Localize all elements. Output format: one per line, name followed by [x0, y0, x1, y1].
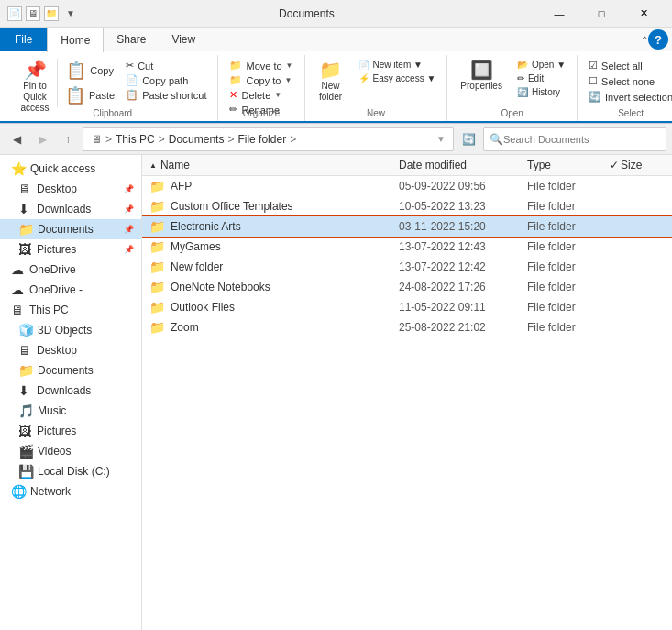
move-to-icon: 📁	[229, 60, 242, 72]
paste-shortcut-button[interactable]: 📋 Paste shortcut	[122, 88, 210, 102]
cut-button[interactable]: ✂ Cut	[122, 59, 210, 72]
col-date-header[interactable]: Date modified	[399, 159, 527, 171]
invert-selection-icon: 🔄	[589, 91, 601, 103]
new-folder-icon: 📁	[319, 61, 342, 79]
col-type-header[interactable]: Type	[527, 159, 610, 171]
open-label: Open	[447, 106, 577, 121]
sidebar-item-documents[interactable]: 📁 Documents 📌	[0, 219, 141, 239]
maximize-button[interactable]: □	[580, 0, 622, 28]
forward-button[interactable]: ▶	[31, 128, 53, 150]
file-name-afp: 📁 AFP	[149, 179, 399, 193]
sidebar-item-network[interactable]: 🌐 Network	[0, 481, 141, 502]
documents-icon: 📁	[18, 222, 34, 237]
table-row[interactable]: 📁 MyGames 13-07-2022 12:43 File folder	[142, 237, 672, 257]
paste-icon: 📋	[65, 85, 85, 105]
up-button[interactable]: ↑	[57, 128, 79, 150]
back-button[interactable]: ◀	[6, 128, 28, 150]
clipboard-label: Clipboard	[7, 106, 217, 121]
tab-view[interactable]: View	[159, 28, 208, 51]
help-button[interactable]: ?	[648, 29, 668, 50]
tab-file[interactable]: File	[0, 28, 47, 51]
sidebar-item-desktop2[interactable]: 🖥 Desktop	[0, 340, 141, 360]
open-group: 🔲 Properties 📂 Open ▼ ✏ Edit 🔄 History	[447, 55, 578, 121]
organize-group: 📁 Move to ▼ 📁 Copy to ▼ ✕ Delete ▼	[218, 55, 304, 121]
folder-icon-onenote: 📁	[149, 280, 165, 294]
open-icon: 📂	[517, 60, 528, 70]
copy-to-button[interactable]: 📁 Copy to ▼	[226, 73, 296, 87]
title-bar: 📄 🖥 📁 ▼ Documents — □ ✕	[0, 0, 672, 28]
downloads2-icon: ⬇	[18, 383, 33, 398]
table-row[interactable]: 📁 OneNote Notebooks 24-08-2022 17:26 Fil…	[142, 277, 672, 297]
sidebar-item-onedrive2[interactable]: ☁ OneDrive -	[0, 280, 141, 300]
sidebar-item-pictures2[interactable]: 🖼 Pictures	[0, 421, 141, 441]
new-item-icon: 📄	[358, 60, 369, 70]
file-list: 📁 AFP 05-09-2022 09:56 File folder 📁 Cus…	[142, 176, 672, 630]
tab-home[interactable]: Home	[47, 28, 104, 52]
table-row[interactable]: 📁 New folder 13-07-2022 12:42 File folde…	[142, 257, 672, 277]
sidebar-item-documents2[interactable]: 📁 Documents	[0, 360, 141, 381]
col-name-header[interactable]: ▲ Name	[149, 159, 399, 171]
new-label: New	[305, 106, 447, 121]
sidebar-item-music[interactable]: 🎵 Music	[0, 401, 141, 421]
file-name-custom-office: 📁 Custom Office Templates	[149, 199, 399, 214]
sidebar-item-videos[interactable]: 🎬 Videos	[0, 441, 141, 461]
sidebar-item-this-pc[interactable]: 🖥 This PC	[0, 300, 141, 320]
table-row[interactable]: 📁 AFP 05-09-2022 09:56 File folder	[142, 176, 672, 196]
folder-icon-afp: 📁	[149, 179, 165, 193]
history-button[interactable]: 🔄 History	[513, 86, 569, 98]
open-button[interactable]: 📂 Open ▼	[513, 59, 569, 71]
new-item-button[interactable]: 📄 New item ▼	[355, 59, 440, 71]
delete-icon: ✕	[229, 89, 237, 101]
move-to-button[interactable]: 📁 Move to ▼	[226, 59, 296, 72]
file-area: ▲ Name Date modified Type ✓ Size 📁 AFP 0…	[142, 155, 672, 630]
table-row[interactable]: 📁 Zoom 25-08-2022 21:02 File folder	[142, 317, 672, 337]
edit-button[interactable]: ✏ Edit	[513, 72, 569, 84]
sidebar-item-desktop[interactable]: 🖥 Desktop 📌	[0, 179, 141, 199]
minimize-button[interactable]: —	[538, 0, 580, 28]
select-all-button[interactable]: ☑ Select all	[585, 59, 672, 72]
file-header: ▲ Name Date modified Type ✓ Size	[142, 155, 672, 176]
select-none-icon: ☐	[589, 75, 598, 87]
sidebar-item-3d-objects[interactable]: 🧊 3D Objects	[0, 320, 141, 340]
table-row[interactable]: 📁 Electronic Arts 03-11-2022 15:20 File …	[142, 216, 672, 237]
path-file-folder[interactable]: File folder	[237, 133, 286, 146]
select-none-button[interactable]: ☐ Select none	[585, 74, 672, 88]
tab-share[interactable]: Share	[104, 28, 159, 51]
ribbon-tabs: File Home Share View ⌃ ?	[0, 28, 672, 51]
sidebar-item-quick-access[interactable]: ⭐ Quick access	[0, 159, 141, 179]
easy-access-button[interactable]: ⚡ Easy access ▼	[355, 72, 440, 84]
pictures2-icon: 🖼	[18, 424, 33, 438]
copy-path-button[interactable]: 📄 Copy path	[122, 73, 210, 87]
delete-button[interactable]: ✕ Delete ▼	[226, 88, 296, 102]
paste-shortcut-icon: 📋	[126, 89, 138, 101]
path-this-pc[interactable]: This PC	[116, 133, 155, 146]
file-name-electronic-arts: 📁 Electronic Arts	[149, 219, 399, 234]
address-path[interactable]: 🖥 > This PC > Documents > File folder > …	[83, 127, 454, 151]
close-button[interactable]: ✕	[622, 0, 665, 28]
file-name-mygames: 📁 MyGames	[149, 239, 399, 254]
paste-button[interactable]: 📋 Paste	[61, 83, 118, 107]
invert-selection-button[interactable]: 🔄 Invert selection	[585, 90, 672, 104]
onedrive1-icon: ☁	[11, 262, 26, 277]
refresh-button[interactable]: 🔄	[457, 128, 479, 150]
sidebar-item-pictures[interactable]: 🖼 Pictures 📌	[0, 239, 141, 260]
new-folder-button[interactable]: 📁 Newfolder	[313, 59, 349, 105]
sidebar-item-downloads[interactable]: ⬇ Downloads 📌	[0, 199, 141, 219]
col-size-header[interactable]: ✓ Size	[610, 159, 665, 171]
path-documents[interactable]: Documents	[169, 133, 225, 146]
table-row[interactable]: 📁 Custom Office Templates 10-05-2022 13:…	[142, 196, 672, 216]
paste-shortcut-label: Paste shortcut	[142, 90, 206, 101]
sidebar-item-downloads2[interactable]: ⬇ Downloads	[0, 381, 141, 401]
new-folder-label: Newfolder	[319, 81, 342, 103]
select-none-label: Select none	[601, 76, 655, 87]
search-input[interactable]	[503, 134, 660, 145]
copy-path-label: Copy path	[142, 75, 188, 86]
table-row[interactable]: 📁 Outlook Files 11-05-2022 09:11 File fo…	[142, 297, 672, 317]
properties-button[interactable]: 🔲 Properties	[455, 59, 508, 93]
sidebar-item-local-disk[interactable]: 💾 Local Disk (C:)	[0, 461, 141, 481]
path-chevron[interactable]: ▼	[436, 134, 446, 144]
file-name-new-folder: 📁 New folder	[149, 260, 399, 274]
sidebar-item-onedrive1[interactable]: ☁ OneDrive	[0, 260, 141, 280]
ribbon: File Home Share View ⌃ ? 📌 Pin to Quicka…	[0, 28, 672, 124]
copy-button[interactable]: 📋 Copy	[61, 59, 118, 83]
